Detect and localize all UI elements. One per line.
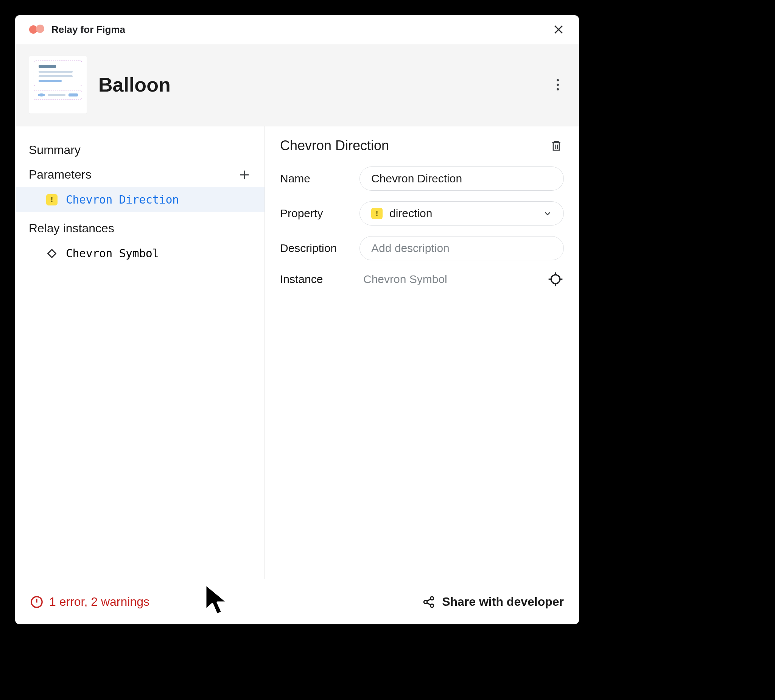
main-content: Summary Parameters ! Chevron Direction R… (15, 126, 579, 579)
property-select[interactable]: ! direction (359, 201, 564, 226)
detail-panel: Chevron Direction Name Chevron Direction… (265, 126, 579, 579)
field-name: Name Chevron Direction (280, 166, 564, 191)
instance-name: Chevron Symbol (66, 247, 159, 260)
parameters-label: Parameters (29, 168, 91, 181)
chevron-down-icon (543, 209, 552, 218)
instance-label: Instance (280, 273, 352, 286)
sidebar-instance-chevron-symbol[interactable]: Chevron Symbol (15, 241, 264, 266)
share-with-developer-button[interactable]: Share with developer (422, 595, 564, 609)
property-label: Property (280, 207, 352, 220)
field-instance: Instance Chevron Symbol (280, 271, 564, 288)
relay-logo-icon (29, 24, 46, 35)
description-label: Description (280, 242, 352, 254)
summary-label: Summary (29, 143, 81, 157)
delete-parameter-button[interactable] (549, 138, 564, 153)
svg-point-7 (424, 600, 427, 604)
sidebar-summary[interactable]: Summary (15, 138, 264, 162)
errors-link[interactable]: 1 error, 2 warnings (30, 595, 150, 609)
plus-icon (239, 169, 250, 181)
warning-icon: ! (45, 193, 58, 206)
field-property: Property ! direction (280, 201, 564, 226)
sidebar-parameter-chevron-direction[interactable]: ! Chevron Direction (15, 187, 264, 212)
errors-text: 1 error, 2 warnings (49, 595, 150, 609)
description-input[interactable]: Add description (359, 236, 564, 260)
name-value: Chevron Direction (371, 172, 462, 185)
error-icon (30, 595, 43, 609)
sidebar-relay-instances-header: Relay instances (15, 216, 264, 241)
detail-title: Chevron Direction (280, 138, 389, 154)
trash-icon (550, 140, 562, 152)
component-header: Balloon (15, 44, 579, 126)
instance-icon (45, 247, 58, 260)
component-name: Balloon (98, 73, 171, 96)
share-icon (422, 595, 435, 609)
property-value: direction (389, 207, 432, 220)
plugin-title: Relay for Figma (52, 24, 125, 36)
locate-instance-button[interactable] (547, 271, 564, 288)
sidebar-parameters-header: Parameters (15, 162, 264, 187)
parameter-name: Chevron Direction (66, 193, 179, 206)
svg-point-8 (430, 596, 434, 600)
close-button[interactable] (552, 23, 565, 36)
component-menu-button[interactable] (550, 77, 565, 92)
svg-point-2 (557, 79, 559, 81)
more-vertical-icon (556, 79, 559, 91)
warning-icon: ! (371, 208, 383, 219)
svg-point-4 (557, 88, 559, 90)
name-input[interactable]: Chevron Direction (359, 166, 564, 191)
svg-point-5 (551, 275, 560, 283)
field-description: Description Add description (280, 236, 564, 260)
instance-value: Chevron Symbol (359, 273, 540, 286)
sidebar: Summary Parameters ! Chevron Direction R… (15, 126, 265, 579)
titlebar: Relay for Figma (15, 15, 579, 44)
detail-header: Chevron Direction (280, 138, 564, 154)
component-thumbnail (29, 56, 87, 114)
close-icon (553, 24, 564, 35)
relay-instances-label: Relay instances (29, 221, 114, 235)
svg-point-1 (36, 25, 44, 33)
add-parameter-button[interactable] (238, 168, 251, 181)
svg-point-9 (430, 604, 434, 607)
crosshair-icon (548, 272, 563, 287)
name-label: Name (280, 172, 352, 185)
svg-point-3 (557, 84, 559, 86)
description-placeholder: Add description (371, 242, 449, 254)
footer: 1 error, 2 warnings Share with developer (15, 579, 579, 624)
relay-plugin-window: Relay for Figma Balloon (15, 15, 579, 624)
share-label: Share with developer (442, 595, 564, 609)
